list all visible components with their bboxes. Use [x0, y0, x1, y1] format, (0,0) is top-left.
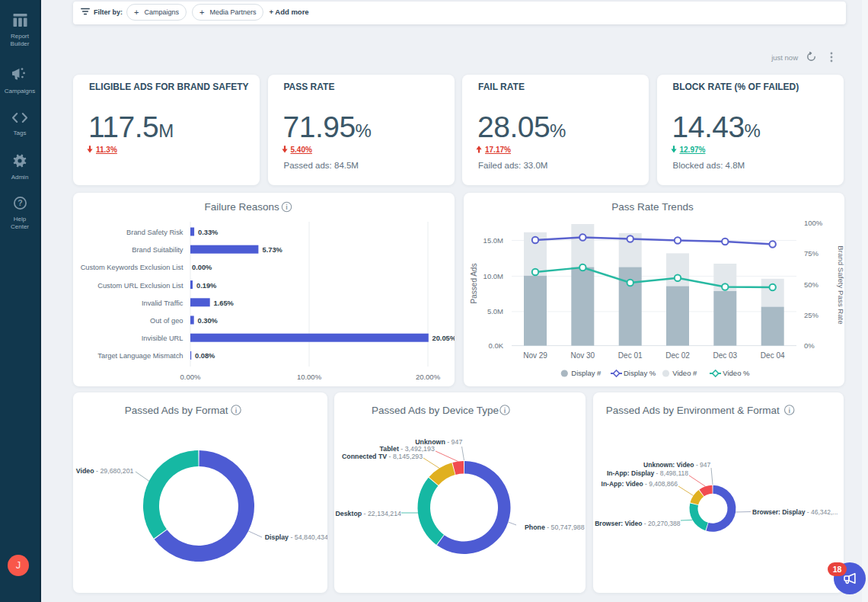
- svg-text:Video %: Video %: [723, 369, 750, 377]
- svg-text:0.0K: 0.0K: [488, 341, 503, 350]
- svg-text:Display %: Display %: [624, 369, 656, 377]
- svg-text:1.65%: 1.65%: [214, 299, 235, 307]
- svg-text:0.00%: 0.00%: [180, 373, 201, 381]
- svg-text:Nov 29: Nov 29: [523, 351, 547, 360]
- svg-text:i: i: [286, 203, 288, 211]
- svg-text:0%: 0%: [804, 341, 815, 350]
- svg-text:0.08%: 0.08%: [195, 352, 215, 360]
- svg-text:Dec 02: Dec 02: [665, 351, 690, 360]
- svg-text:100%: 100%: [804, 219, 823, 227]
- svg-text:Pass Rate Trends: Pass Rate Trends: [611, 201, 694, 213]
- svg-text:Custom Keywords Exclusion List: Custom Keywords Exclusion List: [81, 264, 183, 271]
- svg-text:15.0M: 15.0M: [483, 236, 503, 245]
- svg-text:Unknown: Video - 947: Unknown: Video - 947: [643, 461, 710, 469]
- svg-text:Desktop - 22,134,214: Desktop - 22,134,214: [335, 510, 401, 517]
- svg-text:Display - 54,840,434: Display - 54,840,434: [265, 533, 327, 541]
- svg-text:i: i: [788, 407, 790, 415]
- svg-text:Browser: Video - 20,270,388: Browser: Video - 20,270,388: [595, 520, 681, 527]
- svg-text:0.30%: 0.30%: [198, 317, 219, 325]
- svg-text:0.19%: 0.19%: [196, 282, 217, 290]
- svg-text:i: i: [504, 407, 506, 415]
- svg-text:25%: 25%: [804, 311, 819, 319]
- svg-text:?: ?: [18, 198, 22, 207]
- svg-text:Video #: Video #: [672, 369, 697, 377]
- svg-text:0.33%: 0.33%: [198, 229, 219, 236]
- svg-text:5.73%: 5.73%: [263, 246, 283, 254]
- svg-text:Connected TV - 8,145,293: Connected TV - 8,145,293: [342, 453, 423, 460]
- svg-text:Brand Suitability: Brand Suitability: [132, 246, 183, 254]
- svg-text:Brand Safety Pass Rate: Brand Safety Pass Rate: [837, 245, 844, 324]
- svg-text:Passed Ads by Environment & Fo: Passed Ads by Environment & Format: [606, 405, 780, 416]
- svg-text:10.00%: 10.00%: [297, 373, 322, 381]
- svg-text:i: i: [235, 407, 238, 415]
- svg-text:Tablet - 3,492,193: Tablet - 3,492,193: [380, 445, 435, 453]
- svg-text:Brand Safety Risk: Brand Safety Risk: [126, 229, 183, 236]
- svg-text:50%: 50%: [804, 280, 819, 289]
- svg-text:Dec 03: Dec 03: [713, 351, 737, 360]
- svg-text:20.00%: 20.00%: [416, 373, 441, 381]
- svg-text:0.00%: 0.00%: [192, 264, 212, 271]
- svg-text:In-App: Display - 8,498,118: In-App: Display - 8,498,118: [607, 469, 688, 477]
- svg-text:Dec 01: Dec 01: [618, 351, 643, 360]
- svg-text:Display #: Display #: [571, 369, 602, 377]
- svg-text:Invisible URL: Invisible URL: [142, 335, 183, 342]
- svg-text:Invalid Traffic: Invalid Traffic: [142, 299, 183, 307]
- svg-text:Dec 04: Dec 04: [761, 351, 785, 360]
- svg-text:75%: 75%: [804, 249, 819, 258]
- svg-text:Target Language Mismatch: Target Language Mismatch: [97, 352, 183, 360]
- svg-text:Passed Ads by Format: Passed Ads by Format: [125, 405, 228, 416]
- svg-text:Phone - 50,747,988: Phone - 50,747,988: [525, 524, 585, 531]
- svg-text:Failure Reasons: Failure Reasons: [205, 201, 280, 213]
- svg-text:In-App: Video - 9,408,866: In-App: Video - 9,408,866: [602, 480, 678, 488]
- svg-text:Passed Ads: Passed Ads: [470, 264, 478, 304]
- svg-text:5.0M: 5.0M: [487, 307, 503, 315]
- svg-text:Out of geo: Out of geo: [150, 317, 183, 325]
- svg-text:20.05%: 20.05%: [432, 335, 455, 342]
- svg-text:Passed Ads by Device Type: Passed Ads by Device Type: [372, 405, 499, 416]
- svg-text:10.0M: 10.0M: [483, 272, 503, 280]
- svg-text:Nov 30: Nov 30: [570, 351, 595, 360]
- svg-text:Custom URL Exclusion List: Custom URL Exclusion List: [97, 282, 183, 290]
- svg-text:Browser: Display - 46,342,...: Browser: Display - 46,342,...: [752, 508, 838, 516]
- svg-text:Video - 29,680,201: Video - 29,680,201: [76, 467, 134, 475]
